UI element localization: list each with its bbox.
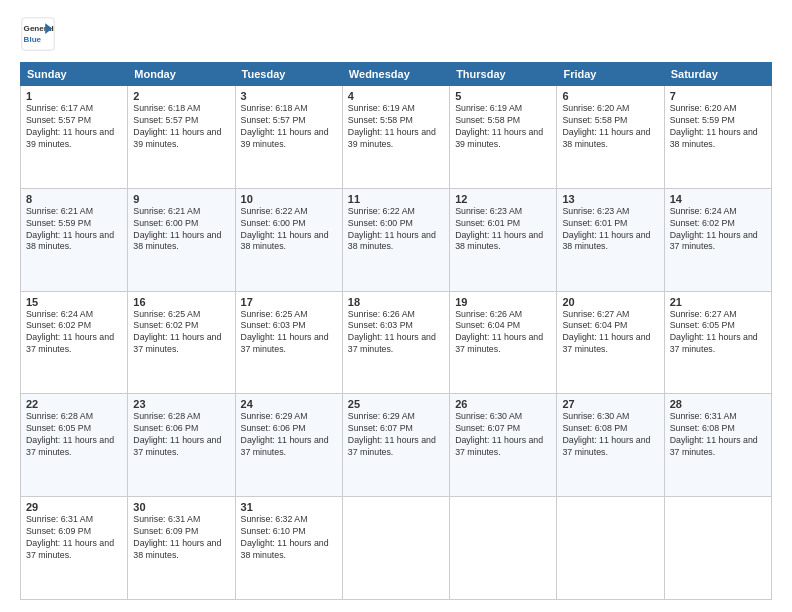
calendar-day-cell: 1 Sunrise: 6:17 AM Sunset: 5:57 PM Dayli… [21,86,128,189]
day-info: Sunrise: 6:25 AM Sunset: 6:03 PM Dayligh… [241,309,337,357]
calendar-day-cell: 27 Sunrise: 6:30 AM Sunset: 6:08 PM Dayl… [557,394,664,497]
day-info: Sunrise: 6:28 AM Sunset: 6:05 PM Dayligh… [26,411,122,459]
header: General Blue [20,16,772,52]
calendar-day-cell: 6 Sunrise: 6:20 AM Sunset: 5:58 PM Dayli… [557,86,664,189]
day-info: Sunrise: 6:19 AM Sunset: 5:58 PM Dayligh… [348,103,444,151]
calendar-day-cell: 28 Sunrise: 6:31 AM Sunset: 6:08 PM Dayl… [664,394,771,497]
day-info: Sunrise: 6:31 AM Sunset: 6:08 PM Dayligh… [670,411,766,459]
day-info: Sunrise: 6:25 AM Sunset: 6:02 PM Dayligh… [133,309,229,357]
calendar-day-cell: 25 Sunrise: 6:29 AM Sunset: 6:07 PM Dayl… [342,394,449,497]
calendar-header-cell: Saturday [664,63,771,86]
calendar-day-cell [450,497,557,600]
day-number: 30 [133,501,229,513]
calendar-week-row: 1 Sunrise: 6:17 AM Sunset: 5:57 PM Dayli… [21,86,772,189]
calendar-header-cell: Thursday [450,63,557,86]
day-number: 19 [455,296,551,308]
day-info: Sunrise: 6:19 AM Sunset: 5:58 PM Dayligh… [455,103,551,151]
day-number: 24 [241,398,337,410]
day-number: 4 [348,90,444,102]
day-number: 10 [241,193,337,205]
day-info: Sunrise: 6:18 AM Sunset: 5:57 PM Dayligh… [241,103,337,151]
calendar-day-cell: 11 Sunrise: 6:22 AM Sunset: 6:00 PM Dayl… [342,188,449,291]
calendar-week-row: 8 Sunrise: 6:21 AM Sunset: 5:59 PM Dayli… [21,188,772,291]
day-number: 1 [26,90,122,102]
day-number: 29 [26,501,122,513]
day-number: 21 [670,296,766,308]
day-info: Sunrise: 6:28 AM Sunset: 6:06 PM Dayligh… [133,411,229,459]
day-info: Sunrise: 6:29 AM Sunset: 6:06 PM Dayligh… [241,411,337,459]
day-number: 16 [133,296,229,308]
day-info: Sunrise: 6:22 AM Sunset: 6:00 PM Dayligh… [241,206,337,254]
page: General Blue SundayMondayTuesdayWednesda… [0,0,792,612]
calendar-day-cell: 21 Sunrise: 6:27 AM Sunset: 6:05 PM Dayl… [664,291,771,394]
day-info: Sunrise: 6:27 AM Sunset: 6:05 PM Dayligh… [670,309,766,357]
day-number: 15 [26,296,122,308]
day-info: Sunrise: 6:24 AM Sunset: 6:02 PM Dayligh… [670,206,766,254]
day-info: Sunrise: 6:24 AM Sunset: 6:02 PM Dayligh… [26,309,122,357]
day-info: Sunrise: 6:26 AM Sunset: 6:04 PM Dayligh… [455,309,551,357]
calendar-week-row: 22 Sunrise: 6:28 AM Sunset: 6:05 PM Dayl… [21,394,772,497]
day-number: 31 [241,501,337,513]
calendar-day-cell: 22 Sunrise: 6:28 AM Sunset: 6:05 PM Dayl… [21,394,128,497]
day-info: Sunrise: 6:20 AM Sunset: 5:59 PM Dayligh… [670,103,766,151]
calendar-header-cell: Tuesday [235,63,342,86]
day-info: Sunrise: 6:23 AM Sunset: 6:01 PM Dayligh… [562,206,658,254]
day-number: 27 [562,398,658,410]
calendar-day-cell: 17 Sunrise: 6:25 AM Sunset: 6:03 PM Dayl… [235,291,342,394]
calendar-day-cell: 18 Sunrise: 6:26 AM Sunset: 6:03 PM Dayl… [342,291,449,394]
calendar-day-cell: 29 Sunrise: 6:31 AM Sunset: 6:09 PM Dayl… [21,497,128,600]
calendar-header-cell: Monday [128,63,235,86]
day-info: Sunrise: 6:20 AM Sunset: 5:58 PM Dayligh… [562,103,658,151]
svg-rect-0 [22,18,54,50]
day-number: 28 [670,398,766,410]
calendar-day-cell [557,497,664,600]
calendar-day-cell: 3 Sunrise: 6:18 AM Sunset: 5:57 PM Dayli… [235,86,342,189]
calendar-day-cell: 7 Sunrise: 6:20 AM Sunset: 5:59 PM Dayli… [664,86,771,189]
calendar-day-cell: 16 Sunrise: 6:25 AM Sunset: 6:02 PM Dayl… [128,291,235,394]
calendar-table: SundayMondayTuesdayWednesdayThursdayFrid… [20,62,772,600]
logo: General Blue [20,16,56,52]
calendar-day-cell: 5 Sunrise: 6:19 AM Sunset: 5:58 PM Dayli… [450,86,557,189]
day-info: Sunrise: 6:23 AM Sunset: 6:01 PM Dayligh… [455,206,551,254]
day-number: 25 [348,398,444,410]
day-number: 8 [26,193,122,205]
calendar-day-cell: 23 Sunrise: 6:28 AM Sunset: 6:06 PM Dayl… [128,394,235,497]
day-number: 20 [562,296,658,308]
calendar-header-row: SundayMondayTuesdayWednesdayThursdayFrid… [21,63,772,86]
calendar-day-cell: 13 Sunrise: 6:23 AM Sunset: 6:01 PM Dayl… [557,188,664,291]
calendar-day-cell: 2 Sunrise: 6:18 AM Sunset: 5:57 PM Dayli… [128,86,235,189]
calendar-day-cell: 4 Sunrise: 6:19 AM Sunset: 5:58 PM Dayli… [342,86,449,189]
day-info: Sunrise: 6:29 AM Sunset: 6:07 PM Dayligh… [348,411,444,459]
day-number: 18 [348,296,444,308]
day-info: Sunrise: 6:30 AM Sunset: 6:07 PM Dayligh… [455,411,551,459]
calendar-header-cell: Friday [557,63,664,86]
calendar-day-cell: 19 Sunrise: 6:26 AM Sunset: 6:04 PM Dayl… [450,291,557,394]
day-info: Sunrise: 6:17 AM Sunset: 5:57 PM Dayligh… [26,103,122,151]
day-number: 12 [455,193,551,205]
day-info: Sunrise: 6:18 AM Sunset: 5:57 PM Dayligh… [133,103,229,151]
day-info: Sunrise: 6:30 AM Sunset: 6:08 PM Dayligh… [562,411,658,459]
day-number: 2 [133,90,229,102]
day-info: Sunrise: 6:21 AM Sunset: 6:00 PM Dayligh… [133,206,229,254]
day-number: 7 [670,90,766,102]
logo-icon: General Blue [20,16,56,52]
calendar-day-cell: 20 Sunrise: 6:27 AM Sunset: 6:04 PM Dayl… [557,291,664,394]
calendar-day-cell: 30 Sunrise: 6:31 AM Sunset: 6:09 PM Dayl… [128,497,235,600]
day-number: 14 [670,193,766,205]
calendar-day-cell: 26 Sunrise: 6:30 AM Sunset: 6:07 PM Dayl… [450,394,557,497]
day-info: Sunrise: 6:21 AM Sunset: 5:59 PM Dayligh… [26,206,122,254]
day-number: 6 [562,90,658,102]
day-number: 13 [562,193,658,205]
calendar-day-cell: 8 Sunrise: 6:21 AM Sunset: 5:59 PM Dayli… [21,188,128,291]
day-info: Sunrise: 6:27 AM Sunset: 6:04 PM Dayligh… [562,309,658,357]
day-info: Sunrise: 6:31 AM Sunset: 6:09 PM Dayligh… [133,514,229,562]
day-info: Sunrise: 6:22 AM Sunset: 6:00 PM Dayligh… [348,206,444,254]
calendar-day-cell: 10 Sunrise: 6:22 AM Sunset: 6:00 PM Dayl… [235,188,342,291]
day-number: 3 [241,90,337,102]
calendar-week-row: 29 Sunrise: 6:31 AM Sunset: 6:09 PM Dayl… [21,497,772,600]
calendar-header-cell: Wednesday [342,63,449,86]
day-info: Sunrise: 6:32 AM Sunset: 6:10 PM Dayligh… [241,514,337,562]
day-number: 5 [455,90,551,102]
day-number: 23 [133,398,229,410]
day-number: 17 [241,296,337,308]
